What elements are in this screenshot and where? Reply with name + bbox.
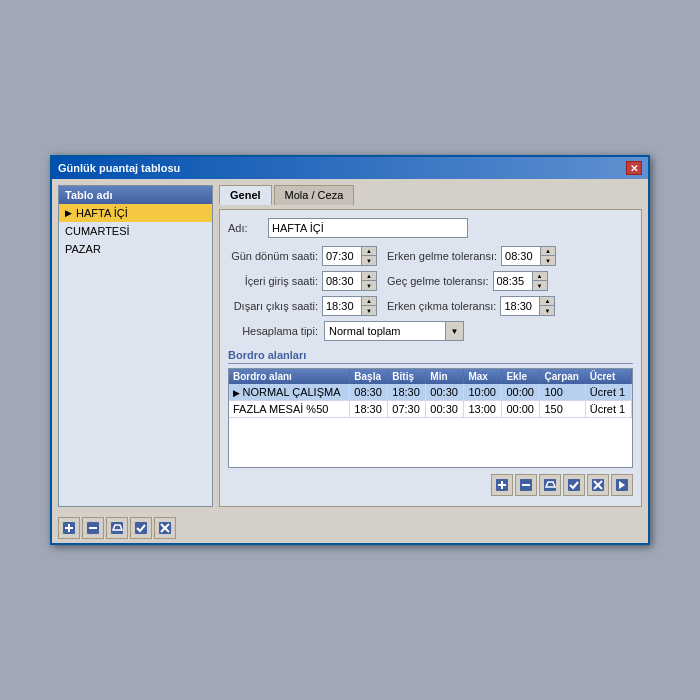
row-ucret: Ücret 1 — [585, 401, 631, 418]
svg-rect-20 — [135, 522, 147, 534]
col-header-ucret: Ücret — [585, 369, 631, 384]
row-bitis: 07:30 — [388, 401, 426, 418]
row-ucret: Ücret 1 — [585, 384, 631, 401]
window-body: Tablo adı ▶ HAFTA İÇİ CUMARTESİ PAZAR Ge… — [52, 179, 648, 513]
toolbar-check-button[interactable] — [563, 474, 585, 496]
col-header-ekle: Ekle — [502, 369, 540, 384]
hesaplama-label: Hesaplama tipi: — [228, 325, 318, 337]
col-header-bordro: Bordro alanı — [229, 369, 350, 384]
spin-down[interactable]: ▼ — [533, 281, 547, 290]
gec-gelme-input[interactable] — [494, 272, 532, 290]
sidebar-item-label: CUMARTESİ — [65, 225, 130, 237]
gec-gelme-label: Geç gelme toleransı: — [387, 275, 489, 287]
gun-donum-field: ▲ ▼ — [322, 246, 377, 266]
disari-cikis-field: ▲ ▼ — [322, 296, 377, 316]
iceri-giris-label: İçeri giriş saati: — [228, 275, 318, 287]
table-row[interactable]: FAZLA MESAİ %50 18:30 07:30 00:30 13:00 … — [229, 401, 632, 418]
gun-donum-label: Gün dönüm saati: — [228, 250, 318, 262]
sidebar-item-hafta-ici[interactable]: ▶ HAFTA İÇİ — [59, 204, 212, 222]
spin-down[interactable]: ▼ — [540, 306, 554, 315]
erken-cikma-field: ▲ ▼ — [500, 296, 555, 316]
tab-bar: Genel Mola / Ceza — [219, 185, 642, 205]
time-row-2: İçeri giriş saati: ▲ ▼ Geç gelme toleran… — [228, 271, 633, 291]
gec-gelme-spinner: ▲ ▼ — [532, 272, 547, 290]
erken-gelme-spinner: ▲ ▼ — [540, 247, 555, 265]
disari-cikis-input[interactable] — [323, 297, 361, 315]
name-input[interactable] — [268, 218, 468, 238]
row-basla: 18:30 — [350, 401, 388, 418]
row-min: 00:30 — [426, 384, 464, 401]
spin-down[interactable]: ▼ — [362, 256, 376, 265]
table-row[interactable]: ▶ NORMAL ÇALIŞMA 08:30 18:30 00:30 10:00… — [229, 384, 632, 401]
window-edit-button[interactable] — [106, 517, 128, 539]
spin-down[interactable]: ▼ — [362, 306, 376, 315]
bordro-section-label: Bordro alanları — [228, 349, 633, 364]
tab-genel[interactable]: Genel — [219, 185, 272, 205]
window-cancel-button[interactable] — [154, 517, 176, 539]
data-table: Bordro alanı Başla Bitiş Min Max Ekle Ça… — [229, 369, 632, 418]
svg-rect-7 — [568, 479, 580, 491]
toolbar-next-button[interactable] — [611, 474, 633, 496]
gun-donum-input[interactable] — [323, 247, 361, 265]
close-button[interactable]: ✕ — [626, 161, 642, 175]
toolbar-remove-button[interactable] — [515, 474, 537, 496]
erken-gelme-col: Erken gelme toleransı: ▲ ▼ — [387, 246, 556, 266]
hesaplama-row: Hesaplama tipi: Normal toplam ▼ — [228, 321, 633, 341]
dropdown-arrow-icon[interactable]: ▼ — [445, 322, 463, 340]
sidebar-header: Tablo adı — [59, 186, 212, 204]
arrow-icon: ▶ — [65, 208, 72, 218]
spin-down[interactable]: ▼ — [362, 281, 376, 290]
row-max: 13:00 — [464, 401, 502, 418]
spin-up[interactable]: ▲ — [541, 247, 555, 256]
window-check-button[interactable] — [130, 517, 152, 539]
row-bordro: ▶ NORMAL ÇALIŞMA — [229, 384, 350, 401]
row-ekle: 00:00 — [502, 401, 540, 418]
disari-cikis-label: Dışarı çıkış saati: — [228, 300, 318, 312]
erken-cikma-label: Erken çıkma toleransı: — [387, 300, 496, 312]
name-label: Adı: — [228, 222, 268, 234]
main-content: Genel Mola / Ceza Adı: Gün dönüm saati: — [219, 185, 642, 507]
spin-down[interactable]: ▼ — [541, 256, 555, 265]
sidebar-item-pazar[interactable]: PAZAR — [59, 240, 212, 258]
gec-gelme-field: ▲ ▼ — [493, 271, 548, 291]
erken-gelme-input[interactable] — [502, 247, 540, 265]
gun-donum-spinner: ▲ ▼ — [361, 247, 376, 265]
spin-up[interactable]: ▲ — [533, 272, 547, 281]
row-arrow-icon: ▶ — [233, 388, 243, 398]
spin-up[interactable]: ▲ — [362, 247, 376, 256]
toolbar-add-button[interactable] — [491, 474, 513, 496]
toolbar-edit-button[interactable] — [539, 474, 561, 496]
window-bottom-toolbar — [52, 513, 648, 543]
time-row-3: Dışarı çıkış saati: ▲ ▼ Erken çıkma tole… — [228, 296, 633, 316]
bottom-toolbar — [228, 472, 633, 498]
spin-up[interactable]: ▲ — [540, 297, 554, 306]
window-add-button[interactable] — [58, 517, 80, 539]
gun-donum-col: Gün dönüm saati: ▲ ▼ — [228, 246, 377, 266]
disari-cikis-col: Dışarı çıkış saati: ▲ ▼ — [228, 296, 377, 316]
window-remove-button[interactable] — [82, 517, 104, 539]
sidebar-item-label: PAZAR — [65, 243, 101, 255]
erken-gelme-label: Erken gelme toleransı: — [387, 250, 497, 262]
row-carpan: 100 — [540, 384, 585, 401]
row-basla: 08:30 — [350, 384, 388, 401]
bottom-left-buttons — [58, 517, 176, 539]
col-header-max: Max — [464, 369, 502, 384]
iceri-giris-field: ▲ ▼ — [322, 271, 377, 291]
spin-up[interactable]: ▲ — [362, 272, 376, 281]
erken-cikma-input[interactable] — [501, 297, 539, 315]
col-header-bitis: Bitiş — [388, 369, 426, 384]
tab-content: Adı: Gün dönüm saati: ▲ ▼ — [219, 209, 642, 507]
iceri-giris-input[interactable] — [323, 272, 361, 290]
toolbar-cancel-button[interactable] — [587, 474, 609, 496]
col-header-carpan: Çarpan — [540, 369, 585, 384]
col-header-min: Min — [426, 369, 464, 384]
sidebar-item-cumartesi[interactable]: CUMARTESİ — [59, 222, 212, 240]
hesaplama-dropdown[interactable]: Normal toplam ▼ — [324, 321, 464, 341]
row-ekle: 00:00 — [502, 384, 540, 401]
title-bar: Günlük puantaj tablosu ✕ — [52, 157, 648, 179]
tab-mola-ceza[interactable]: Mola / Ceza — [274, 185, 355, 205]
spin-up[interactable]: ▲ — [362, 297, 376, 306]
name-row: Adı: — [228, 218, 633, 238]
erken-cikma-col: Erken çıkma toleransı: ▲ ▼ — [387, 296, 555, 316]
main-window: Günlük puantaj tablosu ✕ Tablo adı ▶ HAF… — [50, 155, 650, 545]
